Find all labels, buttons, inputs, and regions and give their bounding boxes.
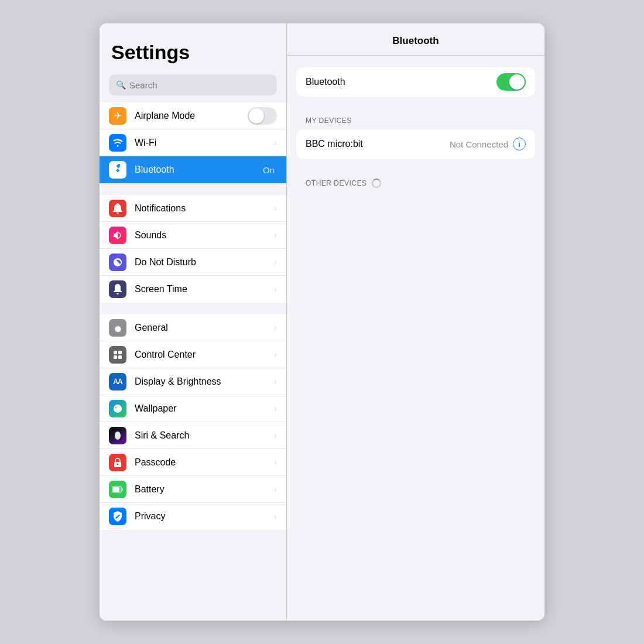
svg-point-9: [117, 463, 119, 465]
main-content: Bluetooth Bluetooth MY DEVICES BBC micro…: [287, 23, 544, 621]
bluetooth-sidebar-icon: [109, 161, 126, 179]
control-center-label: Control Center: [135, 350, 275, 360]
sidebar: Settings 🔍 ✈ Airplane Mode Wi-Fi ›: [100, 23, 287, 621]
divider-3: [100, 530, 286, 542]
battery-icon: [109, 481, 126, 498]
my-devices-label: MY DEVICES: [296, 113, 535, 129]
bluetooth-sidebar-label: Bluetooth: [135, 165, 263, 175]
wifi-icon: [109, 134, 126, 152]
passcode-label: Passcode: [135, 457, 275, 468]
loading-spinner: [372, 179, 381, 188]
bluetooth-toggle[interactable]: [496, 73, 526, 91]
sounds-chevron: ›: [275, 231, 277, 239]
svg-point-6: [115, 406, 117, 408]
other-devices-label: OTHER DEVICES: [306, 179, 367, 187]
group-notifications: Notifications › Sounds ›: [100, 195, 286, 303]
notifications-icon: [109, 200, 126, 217]
bluetooth-sidebar-value: On: [263, 165, 275, 175]
notifications-chevron: ›: [275, 204, 277, 213]
wifi-chevron: ›: [275, 138, 277, 147]
search-input[interactable]: [129, 80, 270, 90]
svg-point-5: [114, 405, 122, 413]
my-devices-card: BBC micro:bit Not Connected i: [296, 129, 535, 159]
other-devices-row: OTHER DEVICES: [296, 175, 535, 193]
device-name: BBC micro:bit: [306, 139, 450, 149]
search-icon: 🔍: [116, 80, 126, 90]
ipad-container: Settings 🔍 ✈ Airplane Mode Wi-Fi ›: [100, 23, 544, 621]
sidebar-item-battery[interactable]: Battery ›: [100, 476, 286, 503]
privacy-label: Privacy: [135, 511, 275, 522]
battery-label: Battery: [135, 484, 275, 495]
siri-chevron: ›: [275, 431, 277, 440]
battery-chevron: ›: [275, 485, 277, 494]
control-center-chevron: ›: [275, 350, 277, 359]
group-connectivity: ✈ Airplane Mode Wi-Fi ›: [100, 102, 286, 183]
divider-2: [100, 303, 286, 314]
svg-point-7: [115, 431, 121, 440]
passcode-chevron: ›: [275, 458, 277, 467]
wallpaper-label: Wallpaper: [135, 403, 275, 414]
main-header: Bluetooth: [287, 23, 544, 56]
sidebar-item-dnd[interactable]: Do Not Disturb ›: [100, 249, 286, 276]
sidebar-item-sounds[interactable]: Sounds ›: [100, 222, 286, 249]
svg-rect-2: [118, 351, 122, 354]
settings-title: Settings: [100, 23, 286, 70]
device-status: Not Connected: [450, 139, 508, 149]
svg-rect-1: [114, 351, 117, 354]
screen-time-icon: [109, 280, 126, 298]
privacy-icon: [109, 508, 126, 525]
sidebar-item-screen-time[interactable]: Screen Time ›: [100, 276, 286, 303]
sidebar-item-airplane-mode[interactable]: ✈ Airplane Mode: [100, 102, 286, 129]
sidebar-item-bluetooth[interactable]: Bluetooth On: [100, 156, 286, 183]
general-icon: [109, 319, 126, 337]
bluetooth-row[interactable]: Bluetooth: [296, 67, 535, 97]
siri-icon: [109, 427, 126, 444]
wallpaper-icon: [109, 400, 126, 417]
screen-time-chevron: ›: [275, 285, 277, 294]
sidebar-item-wifi[interactable]: Wi-Fi ›: [100, 129, 286, 156]
device-row-bbc[interactable]: BBC micro:bit Not Connected i: [296, 129, 535, 159]
dnd-chevron: ›: [275, 258, 277, 266]
sidebar-item-notifications[interactable]: Notifications ›: [100, 195, 286, 222]
sidebar-item-wallpaper[interactable]: Wallpaper ›: [100, 395, 286, 422]
sidebar-item-display[interactable]: AA Display & Brightness ›: [100, 368, 286, 395]
dnd-label: Do Not Disturb: [135, 257, 275, 268]
sidebar-item-siri[interactable]: Siri & Search ›: [100, 422, 286, 449]
passcode-icon: [109, 454, 126, 471]
main-body: Bluetooth MY DEVICES BBC micro:bit Not C…: [287, 56, 544, 621]
sidebar-item-privacy[interactable]: Privacy ›: [100, 503, 286, 530]
svg-rect-3: [114, 355, 117, 359]
airplane-mode-label: Airplane Mode: [135, 111, 248, 121]
screen-time-label: Screen Time: [135, 284, 275, 294]
control-center-icon: [109, 346, 126, 364]
main-title: Bluetooth: [392, 35, 439, 46]
airplane-mode-toggle[interactable]: [248, 107, 277, 125]
notifications-label: Notifications: [135, 203, 275, 214]
svg-rect-4: [118, 355, 122, 359]
general-chevron: ›: [275, 323, 277, 332]
siri-label: Siri & Search: [135, 430, 275, 441]
airplane-mode-icon: ✈: [109, 107, 126, 125]
sidebar-item-passcode[interactable]: Passcode ›: [100, 449, 286, 476]
svg-rect-11: [113, 487, 119, 492]
wifi-label: Wi-Fi: [135, 138, 275, 148]
bluetooth-card: Bluetooth: [296, 67, 535, 97]
bluetooth-main-label: Bluetooth: [306, 77, 496, 87]
sidebar-item-control-center[interactable]: Control Center ›: [100, 341, 286, 368]
general-label: General: [135, 323, 275, 333]
display-chevron: ›: [275, 377, 277, 386]
sounds-label: Sounds: [135, 230, 275, 241]
divider-1: [100, 183, 286, 195]
display-icon: AA: [109, 373, 126, 390]
group-general: General › Control Center › AA: [100, 314, 286, 530]
sidebar-item-general[interactable]: General ›: [100, 314, 286, 341]
display-label: Display & Brightness: [135, 376, 275, 387]
search-bar[interactable]: 🔍: [109, 74, 277, 95]
wallpaper-chevron: ›: [275, 404, 277, 413]
privacy-chevron: ›: [275, 512, 277, 521]
dnd-icon: [109, 254, 126, 271]
device-info-button[interactable]: i: [513, 138, 526, 150]
sounds-icon: [109, 227, 126, 244]
